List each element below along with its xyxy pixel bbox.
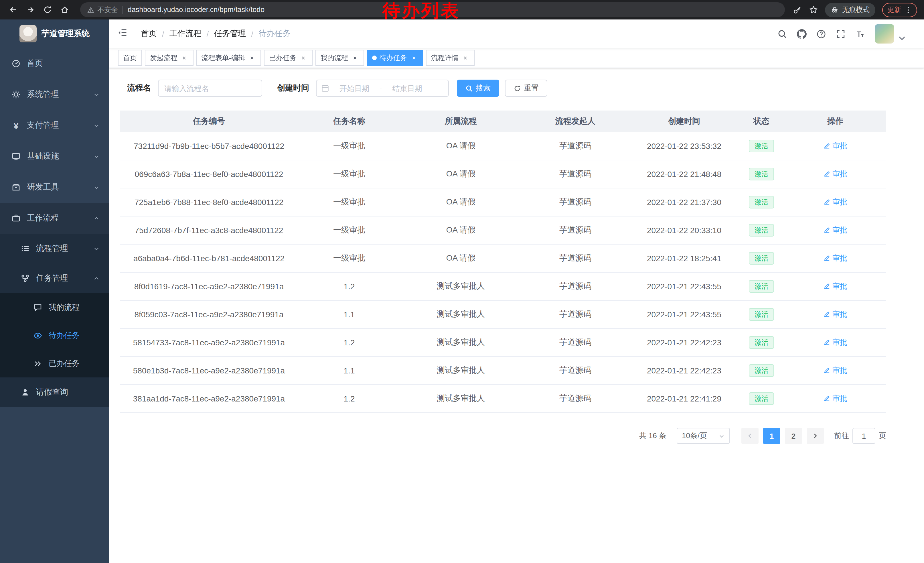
font-size-icon[interactable] bbox=[855, 29, 865, 39]
table-row: 580e1b3d-7ac8-11ec-a9e2-a2380e71991a 1.1… bbox=[120, 357, 886, 384]
start-date-input[interactable] bbox=[332, 83, 377, 93]
app-logo[interactable]: 芋道管理系统 bbox=[0, 20, 109, 48]
tab-label: 我的流程 bbox=[321, 53, 348, 63]
column-header-starter: 流程发起人 bbox=[521, 111, 630, 132]
cell-create-time: 2022-01-22 23:53:32 bbox=[630, 132, 738, 160]
date-range-picker[interactable]: - bbox=[316, 80, 449, 97]
sidebar-item-home[interactable]: 首页 bbox=[0, 48, 109, 79]
sidebar-item-task-management[interactable]: 任务管理 bbox=[0, 263, 109, 293]
close-tab-icon[interactable]: × bbox=[410, 54, 418, 62]
tab-process-detail[interactable]: 流程详情 × bbox=[426, 50, 475, 66]
fullscreen-icon[interactable] bbox=[836, 29, 846, 39]
end-date-input[interactable] bbox=[384, 83, 430, 93]
passwords-key-icon[interactable] bbox=[793, 5, 802, 14]
chevron-down-icon bbox=[93, 184, 100, 191]
cell-task-name: 一级审批 bbox=[298, 132, 401, 160]
table-header-row: 任务编号 任务名称 所属流程 流程发起人 创建时间 状态 操作 bbox=[120, 111, 886, 132]
toolbox-icon bbox=[12, 183, 21, 192]
cell-task-id: 8f0d1619-7ac8-11ec-a9e2-a2380e71991a bbox=[120, 272, 298, 300]
close-tab-icon[interactable]: × bbox=[351, 54, 359, 62]
sidebar-item-payment[interactable]: ¥ 支付管理 bbox=[0, 110, 109, 141]
user-menu[interactable] bbox=[875, 24, 907, 44]
prev-page-button[interactable] bbox=[741, 428, 759, 444]
breadcrumb-task-management[interactable]: 任务管理 bbox=[214, 29, 246, 39]
sidebar-item-done-task[interactable]: 已办任务 bbox=[0, 349, 109, 377]
approve-link[interactable]: 审批 bbox=[823, 225, 847, 236]
approve-link[interactable]: 审批 bbox=[823, 309, 847, 320]
sidebar-item-todo-task[interactable]: 待办任务 bbox=[0, 321, 109, 349]
close-tab-icon[interactable]: × bbox=[299, 54, 308, 62]
browser-refresh-button[interactable] bbox=[40, 2, 55, 17]
cell-starter: 芋道源码 bbox=[521, 188, 630, 216]
chevron-right-icon bbox=[812, 432, 819, 439]
sidebar-item-process-management[interactable]: 流程管理 bbox=[0, 234, 109, 263]
close-tab-icon[interactable]: × bbox=[461, 54, 470, 62]
omnibox-divider bbox=[123, 6, 123, 14]
tab-done-task[interactable]: 已办任务 × bbox=[264, 50, 313, 66]
browser-update-button[interactable]: 更新 bbox=[882, 3, 917, 17]
cell-process: OA 请假 bbox=[401, 160, 521, 188]
cell-actions: 审批 bbox=[784, 384, 886, 413]
tab-todo-task[interactable]: 待办任务 × bbox=[367, 50, 423, 66]
github-icon[interactable] bbox=[797, 29, 807, 39]
close-tab-icon[interactable]: × bbox=[248, 54, 256, 62]
tab-start-process[interactable]: 发起流程 × bbox=[145, 50, 194, 66]
status-badge: 激活 bbox=[749, 308, 774, 321]
approve-link[interactable]: 审批 bbox=[823, 141, 847, 151]
cell-task-id: a6aba0a4-7b6d-11ec-b781-acde48001122 bbox=[120, 244, 298, 272]
table-row: 75d72608-7b7f-11ec-a3c8-acde48001122 一级审… bbox=[120, 216, 886, 244]
cell-starter: 芋道源码 bbox=[521, 384, 630, 413]
sidebar-item-infrastructure[interactable]: 基础设施 bbox=[0, 141, 109, 172]
browser-home-button[interactable] bbox=[57, 2, 72, 17]
approve-link[interactable]: 审批 bbox=[823, 197, 847, 207]
search-button[interactable]: 搜索 bbox=[457, 80, 499, 97]
cell-starter: 芋道源码 bbox=[521, 244, 630, 272]
approve-link[interactable]: 审批 bbox=[823, 253, 847, 263]
approve-link[interactable]: 审批 bbox=[823, 337, 847, 348]
goto-page-input[interactable] bbox=[852, 428, 875, 444]
page-size-select[interactable]: 10条/页 bbox=[676, 428, 730, 444]
approve-link[interactable]: 审批 bbox=[823, 281, 847, 291]
navbar: 首页 / 工作流程 / 任务管理 / 待办任务 bbox=[109, 20, 924, 48]
approve-link[interactable]: 审批 bbox=[823, 169, 847, 179]
browser-forward-button[interactable] bbox=[23, 2, 38, 17]
approve-link[interactable]: 审批 bbox=[823, 365, 847, 376]
browser-back-button[interactable] bbox=[6, 2, 21, 17]
approve-link-label: 审批 bbox=[832, 197, 847, 207]
cell-status: 激活 bbox=[738, 188, 784, 216]
sidebar-item-label: 任务管理 bbox=[36, 273, 68, 284]
cell-process: OA 请假 bbox=[401, 244, 521, 272]
sidebar-item-leave-query[interactable]: 请假查询 bbox=[0, 377, 109, 407]
sidebar-item-label: 首页 bbox=[27, 59, 43, 69]
bookmark-star-icon[interactable] bbox=[809, 5, 818, 14]
next-page-button[interactable] bbox=[807, 428, 824, 444]
tab-process-form-edit[interactable]: 流程表单-编辑 × bbox=[196, 50, 261, 66]
sidebar-item-my-process[interactable]: 我的流程 bbox=[0, 293, 109, 321]
approve-link[interactable]: 审批 bbox=[823, 393, 847, 404]
sidebar-item-devtools[interactable]: 研发工具 bbox=[0, 172, 109, 203]
breadcrumb-workflow[interactable]: 工作流程 bbox=[170, 29, 201, 39]
sidebar-toggle-button[interactable] bbox=[109, 27, 136, 40]
page-button-1[interactable]: 1 bbox=[763, 428, 780, 444]
browser-menu-dots-icon[interactable] bbox=[904, 6, 912, 14]
reset-button[interactable]: 重置 bbox=[505, 80, 547, 97]
breadcrumb-home[interactable]: 首页 bbox=[141, 29, 157, 39]
cell-process: 测试多审批人 bbox=[401, 300, 521, 329]
tab-my-process[interactable]: 我的流程 × bbox=[315, 50, 364, 66]
sidebar-item-system[interactable]: 系统管理 bbox=[0, 79, 109, 110]
gear-icon bbox=[12, 90, 21, 99]
page-button-2[interactable]: 2 bbox=[785, 428, 802, 444]
close-tab-icon[interactable]: × bbox=[180, 54, 188, 62]
tab-home[interactable]: 首页 bbox=[118, 50, 142, 66]
search-icon[interactable] bbox=[777, 29, 787, 39]
column-header-task-id: 任务编号 bbox=[120, 111, 298, 132]
table-body: 73211d9d-7b9b-11ec-b5b7-acde48001122 一级审… bbox=[120, 132, 886, 413]
help-icon[interactable] bbox=[816, 29, 826, 39]
sidebar-item-workflow[interactable]: 工作流程 bbox=[0, 203, 109, 234]
site-security-indicator[interactable]: 不安全 bbox=[87, 5, 118, 15]
cell-starter: 芋道源码 bbox=[521, 132, 630, 160]
sidebar-item-label: 基础设施 bbox=[27, 151, 59, 162]
home-icon bbox=[60, 5, 69, 14]
edit-icon bbox=[823, 142, 831, 150]
process-name-input[interactable] bbox=[158, 80, 262, 97]
